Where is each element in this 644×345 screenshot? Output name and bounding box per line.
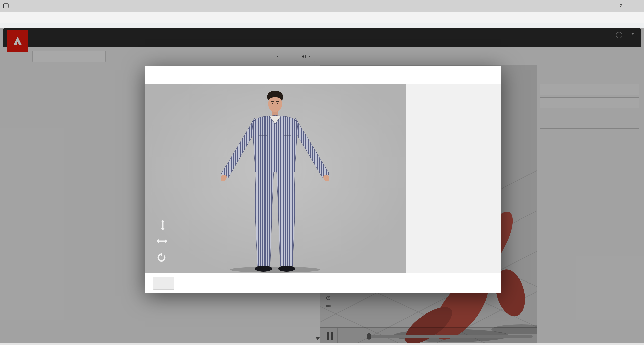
close-button[interactable] — [628, 0, 644, 11]
back-button[interactable] — [153, 277, 174, 290]
page-top-strip — [0, 23, 644, 28]
minimize-button[interactable] — [597, 0, 613, 11]
browser-toolbar: A — [0, 12, 644, 23]
tab-actions-icon[interactable] — [3, 3, 9, 9]
browser-tab-bar — [0, 0, 644, 12]
next-button[interactable] — [473, 277, 493, 290]
rotate-reset-icon[interactable] — [156, 252, 167, 262]
window-bottom-edge — [0, 343, 644, 345]
restore-button[interactable] — [613, 0, 628, 11]
new-tab-button[interactable] — [368, 3, 375, 10]
modal-title — [145, 66, 501, 84]
browser-window: A — [0, 0, 644, 345]
rotate-horizontal-icon[interactable] — [155, 238, 168, 244]
rotate-vertical-icon[interactable] — [158, 219, 167, 231]
rigger-character-viewport[interactable] — [145, 84, 406, 273]
pajama-character — [210, 86, 341, 273]
auto-rigger-modal — [145, 66, 501, 293]
rigger-instructions-panel — [406, 84, 501, 273]
